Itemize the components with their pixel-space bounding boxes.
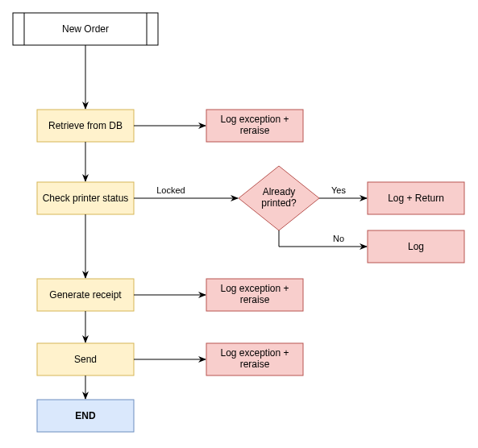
node-err-retrieve: Log exception + reraise: [206, 110, 303, 142]
edge-locked-label: Locked: [156, 185, 185, 195]
decision-l2: printed?: [261, 197, 297, 209]
generate-label: Generate receipt: [49, 289, 122, 301]
decision-l1: Already: [263, 186, 296, 197]
node-err-generate: Log exception + reraise: [206, 279, 303, 311]
node-log: Log: [368, 230, 464, 263]
node-generate: Generate receipt: [37, 279, 134, 311]
err-retrieve-l1: Log exception +: [220, 114, 289, 125]
log-label: Log: [408, 241, 424, 252]
err-send-l2: reraise: [240, 359, 270, 370]
err-generate-l2: reraise: [240, 294, 270, 305]
err-retrieve-l2: reraise: [240, 125, 270, 136]
node-retrieve: Retrieve from DB: [37, 110, 134, 142]
node-check: Check printer status: [37, 182, 134, 214]
flowchart-canvas: New Order Retrieve from DB Log exception…: [0, 0, 478, 448]
edge-no-label: No: [333, 234, 344, 243]
send-label: Send: [74, 354, 97, 365]
end-label: END: [75, 410, 96, 421]
check-label: Check printer status: [43, 193, 129, 204]
edge-decision-no: [279, 230, 367, 247]
retrieve-label: Retrieve from DB: [48, 120, 123, 131]
logreturn-label: Log + Return: [388, 193, 444, 204]
node-err-send: Log exception + reraise: [206, 343, 303, 375]
edge-yes-label: Yes: [331, 185, 346, 195]
node-logreturn: Log + Return: [368, 182, 464, 214]
err-generate-l1: Log exception +: [220, 283, 289, 294]
node-start: New Order: [13, 13, 158, 45]
node-end: END: [37, 400, 134, 432]
node-decision: Already printed?: [239, 166, 319, 230]
err-send-l1: Log exception +: [220, 347, 289, 359]
start-label: New Order: [62, 23, 109, 35]
node-send: Send: [37, 343, 134, 375]
